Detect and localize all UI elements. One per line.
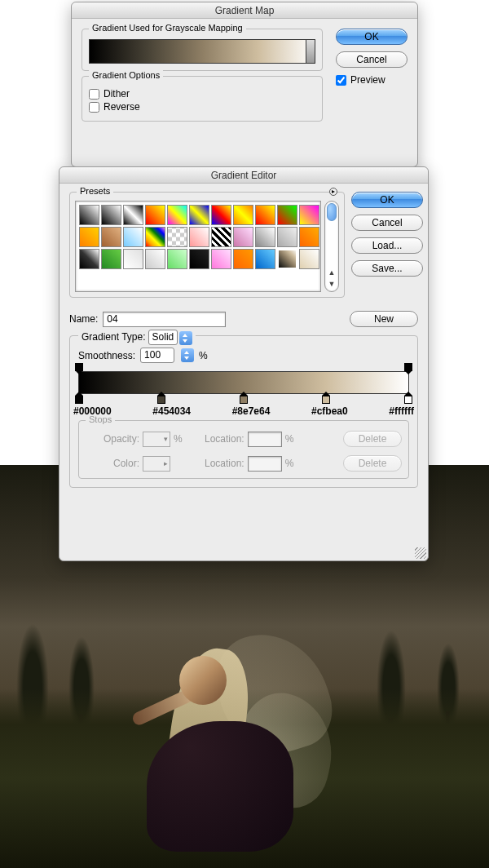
editor-ok-button[interactable]: OK (351, 192, 423, 208)
color-stop[interactable] (322, 396, 330, 404)
gradient-editor-dialog: Gradient Editor Presets ▲ ▼ (59, 166, 429, 561)
preset-swatch[interactable] (277, 227, 297, 247)
color-location-input (248, 456, 282, 472)
preset-swatch[interactable] (123, 205, 143, 225)
presets-label: Presets (77, 186, 113, 196)
mapping-group-label: Gradient Used for Grayscale Mapping (89, 23, 246, 33)
options-group-label: Gradient Options (89, 70, 163, 80)
gradient-edit-bar[interactable] (78, 371, 409, 394)
preset-swatch[interactable] (299, 227, 319, 247)
preset-swatch[interactable] (233, 227, 253, 247)
editor-cancel-button[interactable]: Cancel (351, 215, 423, 231)
presets-scrollbar[interactable]: ▲ ▼ (324, 201, 339, 292)
preset-swatch[interactable] (101, 249, 121, 269)
preset-swatch[interactable] (167, 227, 187, 247)
preset-swatch[interactable] (189, 227, 209, 247)
gradient-type-select[interactable]: Solid (148, 330, 178, 345)
color-label: Color: (86, 458, 139, 469)
scroll-up-icon[interactable]: ▲ (325, 268, 338, 280)
gradient-map-dialog: Gradient Map Gradient Used for Grayscale… (71, 2, 418, 167)
smoothness-input[interactable]: 100 (140, 348, 174, 363)
preset-swatch[interactable] (233, 249, 253, 269)
gradient-map-title: Gradient Map (72, 2, 417, 19)
pct-label: % (199, 350, 208, 361)
preview-checkbox[interactable]: Preview (336, 74, 408, 86)
opacity-stop[interactable] (404, 363, 412, 371)
preset-swatch[interactable] (211, 249, 231, 269)
preset-swatch[interactable] (167, 249, 187, 269)
gm-ok-button[interactable]: OK (336, 29, 408, 45)
color-delete-button: Delete (343, 455, 402, 472)
gm-cancel-button[interactable]: Cancel (336, 51, 408, 68)
preset-swatch[interactable] (299, 205, 319, 225)
preset-swatch[interactable] (79, 227, 99, 247)
opacity-input: ▾ (143, 432, 170, 447)
preset-swatch[interactable] (299, 249, 319, 269)
preset-swatch[interactable] (79, 249, 99, 269)
preset-swatch[interactable] (101, 227, 121, 247)
stops-label: Stops (86, 414, 115, 424)
preset-swatch[interactable] (145, 249, 165, 269)
location-label: Location: (186, 433, 244, 445)
editor-load-button[interactable]: Load... (351, 237, 423, 254)
presets-grid (75, 201, 321, 292)
name-input[interactable] (103, 312, 225, 327)
gradient-preview-bar[interactable] (89, 39, 315, 64)
editor-title: Gradient Editor (59, 167, 428, 184)
preset-swatch[interactable] (123, 249, 143, 269)
preset-swatch[interactable] (167, 205, 187, 225)
preset-swatch[interactable] (145, 205, 165, 225)
name-label: Name: (69, 313, 98, 325)
scroll-down-icon[interactable]: ▼ (325, 280, 338, 291)
preset-swatch[interactable] (211, 227, 231, 247)
opacity-stop[interactable] (75, 363, 83, 371)
gradient-type-label: Gradient Type: (82, 331, 146, 343)
location-label-2: Location: (186, 458, 244, 469)
select-caret-icon[interactable] (179, 331, 192, 345)
preset-swatch[interactable] (233, 205, 253, 225)
smoothness-label: Smoothness: (78, 350, 135, 361)
preset-swatch[interactable] (255, 227, 275, 247)
preset-swatch[interactable] (255, 249, 275, 269)
opacity-location-input (248, 432, 282, 447)
color-stop[interactable] (240, 396, 248, 404)
color-swatch: ▸ (143, 456, 170, 472)
preset-swatch[interactable] (145, 227, 165, 247)
preset-swatch[interactable] (79, 205, 99, 225)
preset-swatch[interactable] (255, 205, 275, 225)
dither-checkbox[interactable]: Dither (89, 88, 315, 100)
preset-swatch[interactable] (101, 205, 121, 225)
new-button[interactable]: New (350, 311, 418, 327)
editor-save-button[interactable]: Save... (351, 260, 423, 277)
scroll-thumb[interactable] (327, 203, 337, 221)
smoothness-caret-icon[interactable] (181, 348, 194, 362)
color-stop[interactable] (404, 396, 412, 404)
preset-swatch[interactable] (123, 227, 143, 247)
preset-swatch[interactable] (211, 205, 231, 225)
color-stop[interactable] (157, 396, 165, 404)
opacity-delete-button: Delete (343, 431, 402, 447)
preset-swatch[interactable] (277, 205, 297, 225)
resize-grip-icon[interactable] (415, 547, 426, 559)
color-stop[interactable] (75, 396, 83, 404)
preset-swatch[interactable] (189, 249, 209, 269)
hex-labels: #000000 #454034 #8e7e64 #cfbea0 #ffffff (73, 405, 414, 417)
presets-flyout-icon[interactable] (329, 188, 337, 196)
opacity-label: Opacity: (86, 433, 139, 445)
preset-swatch[interactable] (277, 249, 297, 269)
reverse-checkbox[interactable]: Reverse (89, 101, 315, 113)
preset-swatch[interactable] (189, 205, 209, 225)
